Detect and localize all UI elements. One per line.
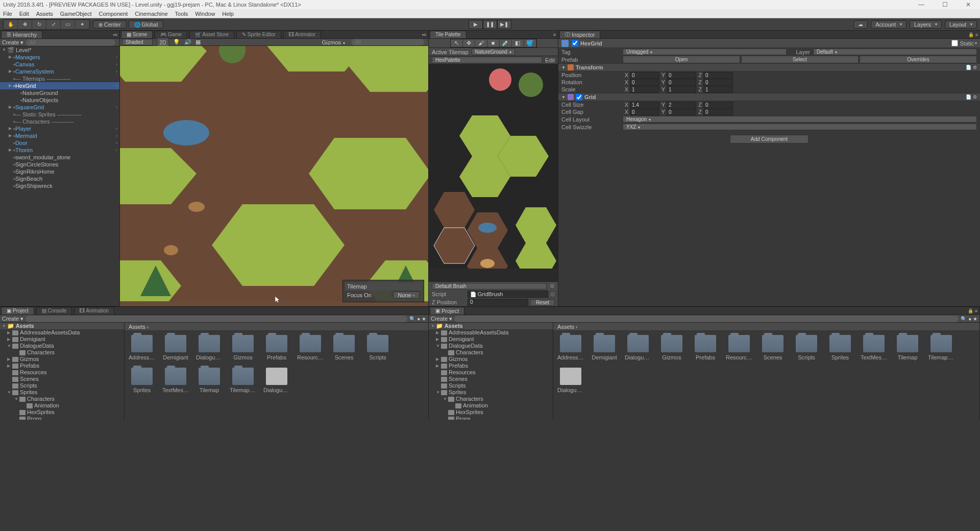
menu-help[interactable]: Help bbox=[222, 9, 234, 18]
asset-item[interactable]: DialogueDa... bbox=[196, 335, 223, 360]
folder-item[interactable]: ▶AddressableAssetsData bbox=[0, 329, 124, 336]
hierarchy-item[interactable]: ▫ --- Tilemaps ------------- bbox=[0, 75, 119, 82]
hierarchy-item[interactable]: ▫ --- Characters ------------ bbox=[0, 118, 119, 125]
scale-tool[interactable]: ⤢ bbox=[46, 20, 61, 29]
lighting-toggle[interactable]: 💡 bbox=[173, 39, 180, 45]
menu-file[interactable]: File bbox=[3, 9, 12, 18]
asset-item[interactable]: DialogueDa... bbox=[263, 368, 290, 393]
asset-item[interactable]: TilemapData bbox=[928, 335, 954, 360]
menu-tools[interactable]: Tools bbox=[175, 9, 188, 18]
panel-options-icon[interactable]: 🔒 ≡ bbox=[968, 308, 977, 313]
asset-item[interactable]: Resources bbox=[297, 335, 324, 360]
asset-item[interactable]: Addressabl... bbox=[557, 335, 584, 360]
component-options-icon[interactable]: 📄 ⚙ bbox=[966, 94, 977, 100]
folder-item[interactable]: ▶Prefabs bbox=[0, 363, 124, 369]
folder-item[interactable]: Scenes bbox=[429, 376, 553, 382]
menu-edit[interactable]: Edit bbox=[19, 9, 29, 18]
hierarchy-item[interactable]: ▫ NatureGround bbox=[0, 89, 119, 96]
asset-item[interactable]: Gizmos bbox=[230, 335, 256, 360]
create-dropdown[interactable]: Create ▾ bbox=[2, 39, 23, 46]
folder-item[interactable]: ▼DialogueData bbox=[429, 343, 553, 349]
prefab-overrides-button[interactable]: Overrides bbox=[860, 56, 977, 63]
assets-root[interactable]: ▼📁 Assets bbox=[0, 323, 124, 329]
z-position-field[interactable]: 0 bbox=[468, 299, 528, 306]
layers-dropdown[interactable]: Layers bbox=[910, 20, 942, 29]
folder-item[interactable]: ▶AddressableAssetsData bbox=[429, 329, 553, 336]
position-x-field[interactable]: 0 bbox=[630, 72, 659, 79]
hierarchy-item[interactable]: ▶▫ Managers› bbox=[0, 54, 119, 61]
scene-viewport[interactable]: Tilemap Focus On None ÷ bbox=[120, 46, 428, 306]
breadcrumb[interactable]: Assets › bbox=[553, 323, 979, 331]
tab-animator[interactable]: 🎞 Animator bbox=[283, 31, 321, 38]
folder-item[interactable]: ▼Sprites bbox=[429, 389, 553, 396]
palette-viewport[interactable] bbox=[429, 64, 558, 281]
folder-item[interactable]: Props bbox=[0, 416, 124, 420]
position-z-field[interactable]: 0 bbox=[703, 72, 733, 79]
step-button[interactable]: ▶❚ bbox=[497, 20, 511, 29]
tab-animation[interactable]: 🎞 Animation bbox=[74, 307, 114, 315]
rotation-z-field[interactable]: 0 bbox=[703, 79, 733, 86]
cell-swizzle-dropdown[interactable]: YXZ bbox=[623, 124, 977, 130]
hierarchy-item[interactable]: ▶▫ Player› bbox=[0, 125, 119, 132]
folder-item[interactable]: Animation bbox=[429, 402, 553, 409]
menu-assets[interactable]: Assets bbox=[36, 9, 53, 18]
select-tool[interactable]: ↖ bbox=[451, 39, 463, 47]
assets-root[interactable]: ▼📁 Assets bbox=[429, 323, 553, 329]
create-dropdown[interactable]: Create ▾ bbox=[2, 316, 23, 322]
minimize-button[interactable]: — bbox=[910, 0, 933, 9]
asset-item[interactable]: Gizmos bbox=[658, 335, 685, 360]
hierarchy-item[interactable]: ▫ Door› bbox=[0, 139, 119, 147]
multi-tool[interactable]: ✦ bbox=[75, 20, 89, 29]
transform-header[interactable]: ▼ Transform 📄 ⚙ bbox=[558, 63, 980, 71]
folder-item[interactable]: Animation bbox=[0, 402, 124, 409]
tile-palette-tab[interactable]: Tile Palette bbox=[430, 31, 467, 38]
hierarchy-tab[interactable]: ☰ Hierarchy bbox=[1, 31, 42, 38]
object-name-field[interactable]: HexGrid bbox=[580, 40, 951, 46]
brush-dropdown[interactable]: Default Brush bbox=[432, 283, 547, 289]
folder-item[interactable]: Props bbox=[429, 416, 553, 420]
fx-toggle[interactable]: ▦ bbox=[195, 39, 201, 45]
hierarchy-item[interactable]: ▫ SignBeach bbox=[0, 175, 119, 182]
folder-item[interactable]: ▼DialogueData bbox=[0, 343, 124, 349]
rotate-tool[interactable]: ↻ bbox=[32, 20, 46, 29]
project-tab[interactable]: ▣ Project bbox=[430, 307, 464, 315]
search-filters[interactable]: 🔍 ● ★ bbox=[961, 316, 977, 322]
folder-item[interactable]: ▼Characters bbox=[429, 396, 553, 402]
tab-sprite-editor[interactable]: ✎ Sprite Editor bbox=[236, 31, 281, 38]
asset-item[interactable]: TextMesh P... bbox=[861, 335, 887, 360]
hierarchy-item[interactable]: ▶▫ Mermaid› bbox=[0, 132, 119, 139]
menu-component[interactable]: Component bbox=[99, 9, 128, 18]
scale-z-field[interactable]: 1 bbox=[703, 86, 733, 93]
project-search-input[interactable] bbox=[26, 316, 407, 322]
tab-project[interactable]: ▣ Project bbox=[1, 307, 34, 315]
asset-item[interactable]: Demigiant bbox=[162, 335, 189, 360]
asset-item[interactable]: DialogueDa... bbox=[557, 368, 584, 393]
cell-size-z-field[interactable]: 0 bbox=[703, 102, 733, 108]
prefab-open-button[interactable]: Open bbox=[623, 56, 740, 63]
cell-layout-dropdown[interactable]: Hexagon bbox=[623, 116, 977, 123]
hierarchy-item[interactable]: ▶▫ CameraSystem› bbox=[0, 68, 119, 75]
scale-y-field[interactable]: 1 bbox=[667, 86, 696, 93]
hierarchy-item[interactable]: ▫ sword_modular_stone bbox=[0, 154, 119, 161]
hierarchy-item[interactable]: ▶▫ SquareGrid› bbox=[0, 104, 119, 111]
asset-item[interactable]: Tilemap bbox=[196, 368, 223, 393]
asset-item[interactable]: Prefabs bbox=[263, 335, 290, 360]
position-y-field[interactable]: 0 bbox=[667, 72, 696, 79]
focus-on-dropdown[interactable]: None ÷ bbox=[393, 292, 420, 299]
folder-item[interactable]: Scenes bbox=[0, 376, 124, 382]
rotation-y-field[interactable]: 0 bbox=[667, 79, 696, 86]
palette-name-dropdown[interactable]: HexPalette bbox=[432, 57, 542, 63]
project-search-input[interactable] bbox=[454, 316, 959, 322]
close-button[interactable]: ✕ bbox=[957, 0, 980, 9]
add-component-button[interactable]: Add Component bbox=[730, 135, 808, 143]
cell-gap-x-field[interactable]: 0 bbox=[630, 109, 659, 115]
tab-asset-store[interactable]: 🛒 Asset Store bbox=[189, 31, 234, 38]
asset-item[interactable]: Addressabl... bbox=[129, 335, 155, 360]
asset-item[interactable]: Sprites bbox=[827, 335, 853, 360]
layout-dropdown[interactable]: Layout bbox=[945, 20, 977, 29]
menu-cinemachine[interactable]: Cinemachine bbox=[135, 9, 167, 18]
asset-item[interactable]: Scripts bbox=[793, 335, 820, 360]
reset-button[interactable]: Reset bbox=[530, 299, 555, 306]
script-target-icon[interactable]: ⊙ bbox=[550, 291, 555, 298]
asset-item[interactable]: Scenes bbox=[331, 335, 357, 360]
